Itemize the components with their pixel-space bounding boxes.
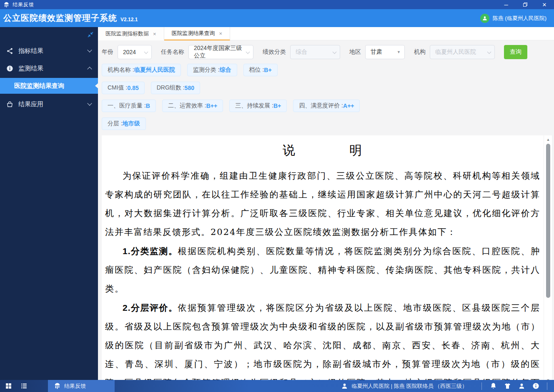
account-person-icon[interactable] (514, 382, 529, 390)
window-controls: ─ ✕ (496, 0, 554, 9)
badge-value: B+ (273, 102, 281, 109)
category-label: 绩效分类 (263, 48, 286, 56)
badge-tier: 分层 : 地市级 (102, 117, 146, 130)
paragraph-lead: 1.分类监测。 (123, 246, 178, 256)
theme-shirt-icon[interactable] (500, 382, 514, 390)
badge-row-3: 一、医疗质量 : B 二、运营效率 : B++ 三、持续发展 : B+ 四、满意… (102, 100, 552, 112)
badge-value: 临夏州人民医院 (134, 66, 175, 74)
paragraph-text: 依据预算管理级次，将医院区分为省级及以上医院、地市级医院、区县级医院三个层级。省… (105, 303, 540, 385)
task-label: 任务名称 (161, 48, 184, 56)
query-button[interactable]: 查询 (504, 45, 527, 59)
badge-operation-efficiency: 二、运营效率 : B++ (162, 100, 223, 112)
badge-value: 综合 (220, 66, 231, 74)
notification-bell-icon[interactable] (486, 382, 500, 390)
chevron-down-icon (246, 50, 250, 54)
tab-label: 医院监测结果查询 (172, 30, 215, 37)
info-icon (6, 65, 13, 72)
document-panel: 说 明 为保证评价科学准确，组建由卫生健康行政部门、三级公立医院、高等院校、科研… (102, 135, 552, 385)
document-paragraph: 为保证评价科学准确，组建由卫生健康行政部门、三级公立医院、高等院校、科研机构等相… (105, 167, 540, 242)
badge-value: 0.85 (127, 85, 138, 91)
divider (547, 382, 547, 390)
close-icon[interactable]: × (153, 31, 156, 37)
caret-down-icon: ▼ (397, 50, 401, 54)
badge-label: 分层 : (108, 120, 123, 127)
year-label: 年份 (102, 48, 113, 56)
apps-grid-icon[interactable] (5, 382, 12, 390)
year-select[interactable]: 2024 (118, 45, 152, 59)
statusbar-user-info: 临夏州人民医院 | 陈燕 医院联络员 （西医三级） (351, 382, 467, 390)
header-user[interactable]: 陈燕 (临夏州人民医院) (480, 9, 546, 27)
sidebar-item-label: 结果应用 (18, 100, 43, 108)
org-select: 临夏州人民医院 (430, 45, 495, 59)
badge-row-1: 机构名称 : 临夏州人民医院 监测分类 : 综合 档位 : B+ (102, 64, 552, 76)
main-area: 医院监测指标数据 × 医院监测结果查询 × 年份 2024 任务名称 2024年… (98, 27, 554, 380)
badge-value: 580 (185, 85, 194, 91)
handbag-icon (6, 101, 13, 108)
divider (481, 382, 482, 390)
badge-label: 一、医疗质量 : (108, 102, 146, 110)
badge-satisfaction: 四、满意度评价 : A++ (293, 100, 360, 112)
restore-button[interactable] (516, 0, 535, 9)
collapse-sidebar-icon[interactable] (87, 31, 94, 38)
badge-value: B+ (264, 67, 271, 73)
sidebar-item-monitor-results[interactable]: 监测结果 (0, 60, 98, 77)
scrollbar[interactable]: ▲ ▼ (544, 135, 552, 385)
active-item-notch (95, 83, 98, 88)
badge-value: B (146, 102, 150, 109)
sidebar-menu: 指标结果 监测结果 医院监测结果查询 结果应用 (0, 42, 98, 113)
category-select: 综合 (290, 45, 340, 59)
info-icon[interactable] (529, 382, 543, 390)
share-icon (6, 47, 13, 55)
header-user-name: 陈燕 (临夏州人民医院) (493, 15, 546, 22)
org-value: 临夏州人民医院 (435, 48, 476, 56)
badge-org-name: 机构名称 : 临夏州人民医院 (102, 64, 181, 76)
badge-sustainable-development: 三、持续发展 : B+ (229, 100, 287, 112)
restore-icon (523, 2, 527, 7)
status-bar: 结果反馈 临夏州人民医院 | 陈燕 医院联络员 （西医三级） (0, 380, 554, 392)
region-value: 甘肃 (371, 48, 382, 56)
badge-label: CMI值 : (108, 84, 127, 92)
task-list-icon[interactable] (20, 382, 28, 390)
system-title: 公立医院绩效监测管理子系统 (3, 12, 117, 24)
badge-label: DRG组数 : (157, 84, 185, 92)
close-button[interactable]: ✕ (535, 0, 554, 9)
app-tree-icon (54, 382, 61, 390)
badge-value: 地市级 (123, 120, 140, 127)
tab-hospital-result-query[interactable]: 医院监测结果查询 × (164, 27, 231, 40)
badge-value: B++ (206, 102, 217, 109)
app-tree-icon (3, 2, 10, 8)
badge-grade: 档位 : B+ (243, 64, 278, 76)
badge-label: 机构名称 : (108, 66, 134, 74)
tab-label: 医院监测指标数据 (105, 30, 149, 37)
system-version: V2.12.1 (120, 17, 138, 22)
chevron-down-icon (487, 50, 491, 54)
sidebar: 指标结果 监测结果 医院监测结果查询 结果应用 (0, 27, 98, 380)
titlebar-app-name: 结果反馈 (13, 1, 34, 8)
app-header: 公立医院绩效监测管理子系统 V2.12.1 陈燕 (临夏州人民医院) (0, 9, 554, 27)
sidebar-item-result-application[interactable]: 结果应用 (0, 95, 98, 113)
sidebar-subitem-hospital-result-query[interactable]: 医院监测结果查询 (0, 78, 98, 94)
tab-bar: 医院监测指标数据 × 医院监测结果查询 × (98, 27, 554, 40)
badge-cmi: CMI值 : 0.85 (102, 82, 145, 94)
sidebar-item-indicator-results[interactable]: 指标结果 (0, 42, 98, 60)
scroll-up-icon[interactable]: ▲ (544, 136, 552, 143)
statusbar-user: 临夏州人民医院 | 陈燕 医院联络员 （西医三级） (341, 382, 467, 390)
minimize-button[interactable]: ─ (496, 0, 516, 9)
region-select[interactable]: 甘肃 ▼ (365, 45, 405, 59)
year-value: 2024 (123, 49, 136, 55)
org-label: 机构 (414, 48, 426, 56)
tab-hospital-indicator-data[interactable]: 医院监测指标数据 × (98, 27, 164, 40)
badge-value: A++ (343, 102, 354, 109)
badge-row-4: 分层 : 地市级 (102, 117, 552, 130)
badge-label: 档位 : (249, 66, 264, 74)
document-body: 说 明 为保证评价科学准确，组建由卫生健康行政部门、三级公立医院、高等院校、科研… (102, 135, 544, 385)
filter-row: 年份 2024 任务名称 2024年度国家三级公立 绩效分类 综合 地区 甘肃 … (102, 45, 552, 60)
task-select[interactable]: 2024年度国家三级公立 (188, 45, 253, 59)
statusbar-right: 临夏州人民医院 | 陈燕 医院联络员 （西医三级） (341, 380, 551, 392)
chevron-down-icon (144, 50, 148, 54)
statusbar-task-result-feedback[interactable]: 结果反馈 (48, 380, 115, 392)
close-icon[interactable]: × (219, 30, 223, 37)
scrollbar-thumb[interactable] (546, 144, 550, 298)
sidebar-item-label: 指标结果 (18, 47, 43, 55)
badge-drg: DRG组数 : 580 (151, 82, 200, 94)
